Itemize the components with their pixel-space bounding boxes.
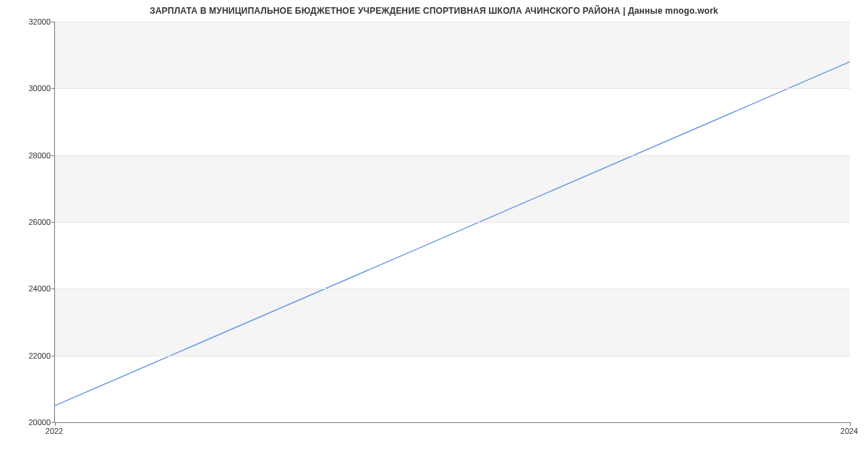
plot-area <box>54 22 850 423</box>
data-line <box>55 61 850 406</box>
gridline <box>55 88 850 89</box>
gridline <box>55 289 850 289</box>
gridline <box>55 22 850 22</box>
ytick-label: 24000 <box>7 284 51 293</box>
ytick-label: 22000 <box>7 351 51 360</box>
xtick-label: 2022 <box>46 427 63 435</box>
ytick-label: 28000 <box>7 151 51 160</box>
ytick-mark <box>51 356 55 356</box>
xtick-mark <box>55 422 56 426</box>
ytick-label: 32000 <box>7 17 51 26</box>
ytick-mark <box>51 88 55 89</box>
ytick-mark <box>51 222 55 223</box>
ytick-mark <box>51 289 55 289</box>
ytick-label: 26000 <box>7 218 51 226</box>
chart-container: ЗАРПЛАТА В МУНИЦИПАЛЬНОЕ БЮДЖЕТНОЕ УЧРЕЖ… <box>0 0 868 470</box>
chart-title: ЗАРПЛАТА В МУНИЦИПАЛЬНОЕ БЮДЖЕТНОЕ УЧРЕЖ… <box>0 6 868 16</box>
ytick-label: 30000 <box>7 84 51 93</box>
gridline <box>55 222 850 223</box>
ytick-mark <box>51 22 55 22</box>
xtick-label: 2024 <box>841 427 858 435</box>
xtick-mark <box>850 422 851 426</box>
gridline <box>55 356 850 356</box>
ytick-label: 20000 <box>7 418 51 427</box>
gridline <box>55 155 850 156</box>
ytick-mark <box>51 155 55 156</box>
